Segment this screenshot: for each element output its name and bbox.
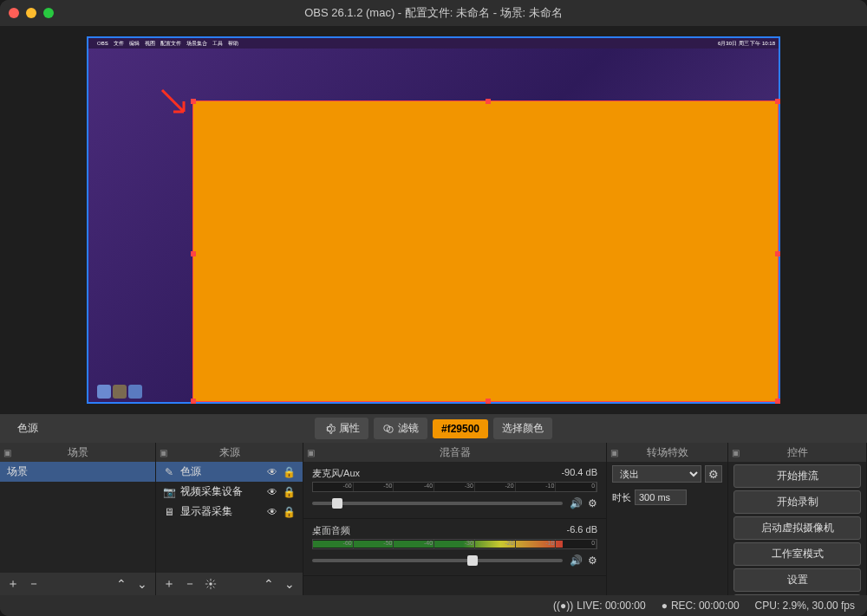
lock-icon[interactable]: 🔒	[283, 506, 296, 518]
settings-button[interactable]: 设置	[733, 568, 861, 592]
gear-icon[interactable]: ⚙	[588, 554, 597, 567]
scenes-panel: ▣场景 场景 ＋ － ⌃ ⌄	[0, 443, 156, 595]
sources-list: ✎ 色源 👁 🔒 📷 视频采集设备 👁 🔒 🖥 显示器采集 👁 🔒	[156, 462, 303, 573]
brush-icon: ✎	[163, 466, 175, 478]
preview-canvas[interactable]: OBS 文件 编辑 视图 配置文件 场景集合 工具 帮助 6月30日 周三 下午…	[87, 36, 780, 404]
source-settings-button[interactable]	[201, 574, 220, 593]
transitions-panel: ▣转场特效 淡出 ⚙ 时长	[607, 443, 728, 595]
filters-icon	[382, 423, 394, 435]
mixer-channel-desktop: 桌面音频-6.6 dB -60-50-40-30-20-100 🔊 ⚙	[303, 519, 606, 576]
filters-button[interactable]: 滤镜	[374, 418, 427, 439]
source-down-button[interactable]: ⌄	[280, 574, 299, 593]
scene-item[interactable]: 场景	[0, 462, 155, 482]
visibility-icon[interactable]: 👁	[267, 486, 277, 498]
dock-handle-icon[interactable]: ▣	[3, 448, 11, 457]
sources-panel: ▣来源 ✎ 色源 👁 🔒 📷 视频采集设备 👁 🔒 🖥 显示器采集	[156, 443, 303, 595]
controls-panel: ▣控件 开始推流 开始录制 启动虚拟摄像机 工作室模式 设置 退出	[728, 443, 867, 595]
audio-meter: -60-50-40-30-20-100	[312, 539, 597, 549]
speaker-icon[interactable]: 🔊	[570, 497, 583, 509]
lock-icon[interactable]: 🔒	[283, 486, 296, 498]
dock-handle-icon[interactable]: ▣	[610, 448, 618, 457]
speaker-icon[interactable]: 🔊	[570, 554, 583, 567]
source-item-display-capture[interactable]: 🖥 显示器采集 👁 🔒	[156, 502, 303, 522]
add-scene-button[interactable]: ＋	[3, 574, 23, 593]
pick-color-button[interactable]: 选择颜色	[493, 418, 552, 439]
start-streaming-button[interactable]: 开始推流	[733, 464, 861, 488]
minimize-icon[interactable]	[26, 8, 36, 18]
selected-source-label: 色源	[17, 421, 38, 436]
preview-area[interactable]: OBS 文件 编辑 视图 配置文件 场景集合 工具 帮助 6月30日 周三 下午…	[0, 26, 867, 414]
lock-icon[interactable]: 🔒	[283, 466, 296, 478]
dock-handle-icon[interactable]: ▣	[160, 448, 167, 457]
monitor-icon: 🖥	[163, 506, 175, 518]
record-icon: ●	[662, 600, 668, 612]
cpu-status: CPU: 2.9%, 30.00 fps	[755, 600, 855, 612]
gear-icon	[205, 578, 217, 590]
gear-icon[interactable]: ⚙	[588, 497, 597, 509]
context-toolbar: 色源 属性 滤镜 #f29500 选择颜色	[0, 414, 867, 443]
remove-scene-button[interactable]: －	[24, 574, 43, 593]
svg-point-2	[209, 582, 212, 586]
rec-status: ●REC: 00:00:00	[662, 600, 740, 612]
source-item-color[interactable]: ✎ 色源 👁 🔒	[156, 462, 303, 482]
close-icon[interactable]	[9, 8, 19, 18]
captured-menubar: OBS 文件 编辑 视图 配置文件 场景集合 工具 帮助 6月30日 周三 下午…	[88, 38, 779, 49]
mixer-channel-mic: 麦克风/Aux-90.4 dB -60-50-40-30-20-100 🔊 ⚙	[303, 462, 606, 519]
gear-icon	[323, 423, 336, 435]
dock-handle-icon[interactable]: ▣	[732, 448, 740, 457]
dock-handle-icon[interactable]: ▣	[307, 448, 315, 457]
transition-select[interactable]: 淡出	[612, 465, 701, 483]
docks: ▣场景 场景 ＋ － ⌃ ⌄ ▣来源 ✎ 色源 👁 🔒	[0, 443, 867, 595]
source-up-button[interactable]: ⌃	[259, 574, 278, 593]
volume-slider[interactable]	[312, 559, 563, 562]
duration-input[interactable]	[635, 490, 687, 505]
obs-window: OBS 26.1.2 (mac) - 配置文件: 未命名 - 场景: 未命名 O…	[0, 0, 867, 616]
captured-dock	[97, 385, 142, 399]
titlebar: OBS 26.1.2 (mac) - 配置文件: 未命名 - 场景: 未命名	[0, 0, 867, 26]
window-title: OBS 26.1.2 (mac) - 配置文件: 未命名 - 场景: 未命名	[0, 5, 867, 21]
statusbar: ((●))LIVE: 00:00:00 ●REC: 00:00:00 CPU: …	[0, 595, 867, 616]
color-source-preview[interactable]	[192, 101, 779, 402]
properties-button[interactable]: 属性	[315, 418, 368, 439]
live-status: ((●))LIVE: 00:00:00	[553, 600, 646, 612]
mixer-panel: ▣混音器 麦克风/Aux-90.4 dB -60-50-40-30-20-100…	[303, 443, 607, 595]
visibility-icon[interactable]: 👁	[267, 506, 277, 518]
visibility-icon[interactable]: 👁	[267, 466, 277, 478]
source-item-video-capture[interactable]: 📷 视频采集设备 👁 🔒	[156, 482, 303, 502]
remove-source-button[interactable]: －	[180, 574, 199, 593]
broadcast-icon: ((●))	[553, 600, 573, 612]
camera-icon: 📷	[163, 486, 175, 498]
start-recording-button[interactable]: 开始录制	[733, 490, 861, 514]
volume-slider[interactable]	[312, 502, 563, 505]
scene-down-button[interactable]: ⌄	[133, 574, 152, 593]
audio-meter: -60-50-40-30-20-100	[312, 482, 597, 492]
color-swatch-button[interactable]: #f29500	[433, 419, 488, 438]
transition-settings-button[interactable]: ⚙	[705, 465, 722, 483]
maximize-icon[interactable]	[43, 8, 54, 18]
scene-up-button[interactable]: ⌃	[112, 574, 131, 593]
start-virtualcam-button[interactable]: 启动虚拟摄像机	[733, 516, 861, 540]
traffic-lights	[9, 8, 54, 18]
studio-mode-button[interactable]: 工作室模式	[733, 542, 861, 566]
add-source-button[interactable]: ＋	[160, 574, 179, 593]
